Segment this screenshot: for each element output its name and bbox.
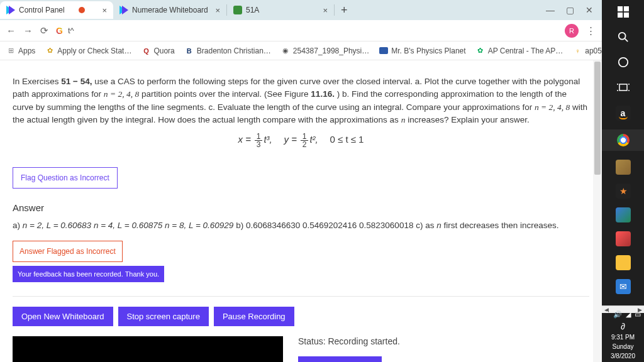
page-viewport: In Exercises 51 − 54, use a CAS to perfo… xyxy=(0,60,602,362)
app-icon-3[interactable] xyxy=(616,231,631,246)
window-close-icon[interactable]: ✕ xyxy=(586,5,593,15)
tab-whiteboard[interactable]: Numerade Whiteboard × xyxy=(113,1,226,19)
bookmark-apply[interactable]: ✿Apply or Check Stat… xyxy=(45,47,131,55)
stop-capture-button[interactable]: Stop screen capture xyxy=(118,307,209,326)
reload-icon[interactable]: ⟳ xyxy=(40,25,48,36)
wifi-icon[interactable]: ◢ xyxy=(626,310,631,319)
windows-taskbar: a ★ ✉ ◀ ▶ ˄ 🔊 ◢ ▭ ∂ 9:31 PM Sunday 3/8/2… xyxy=(602,0,644,362)
question-text: In Exercises 51 − 54, use a CAS to perfo… xyxy=(13,75,589,126)
volume-icon[interactable]: 🔊 xyxy=(613,310,622,319)
minimize-icon[interactable]: — xyxy=(546,5,555,15)
answer-heading: Answer xyxy=(13,201,589,216)
app-icon xyxy=(233,6,242,14)
vertical-scrollbar[interactable] xyxy=(593,60,602,362)
menu-icon[interactable]: ⋮ xyxy=(586,25,596,36)
feedback-toast: Your feedback has been recorded. Thank y… xyxy=(13,266,164,283)
bookmark-quora[interactable]: QQuora xyxy=(142,47,174,55)
recording-status: Status: Recording started. xyxy=(298,336,589,346)
video-preview xyxy=(13,336,283,362)
numerade-icon xyxy=(6,6,15,14)
start-icon[interactable] xyxy=(616,5,630,19)
svg-line-5 xyxy=(625,39,628,41)
apps-shortcut[interactable]: ⊞Apps xyxy=(6,47,35,55)
bookmarks-bar: ⊞Apps ✿Apply or Check Stat… QQuora BBrad… xyxy=(0,41,602,60)
back-icon[interactable]: ← xyxy=(6,25,16,36)
bookmark-mrb-physics[interactable]: Mr. B's Physics Planet xyxy=(379,47,465,55)
maximize-icon[interactable]: ▢ xyxy=(566,5,574,15)
tab-label: 51A xyxy=(246,6,259,14)
flag-question-button[interactable]: Flag Question as Incorrect xyxy=(13,167,118,189)
chrome-app-icon[interactable] xyxy=(602,129,644,151)
google-icon: G xyxy=(56,26,63,36)
amazon-app-icon[interactable]: a xyxy=(616,106,631,121)
equation-display: x = 13t³, y = 12t², 0 ≤ t ≤ 1 xyxy=(13,133,589,148)
numerade-icon xyxy=(119,6,128,14)
app-icon-1[interactable] xyxy=(616,160,631,175)
tab-51a[interactable]: 51A × xyxy=(227,1,334,19)
profile-avatar[interactable]: R xyxy=(565,24,579,38)
url-input[interactable]: G t^ xyxy=(56,26,557,36)
url-text: t^ xyxy=(68,26,74,35)
search-icon[interactable] xyxy=(616,30,630,44)
svg-rect-1 xyxy=(623,6,628,11)
input-indicator[interactable]: ∂ xyxy=(621,321,625,331)
system-tray: ˄ 🔊 ◢ ▭ ∂ 9:31 PM Sunday 3/8/2020 xyxy=(602,310,644,362)
svg-point-6 xyxy=(618,58,627,67)
cortana-icon[interactable] xyxy=(616,55,630,69)
forward-icon[interactable]: → xyxy=(23,25,33,36)
battery-icon[interactable]: ▭ xyxy=(635,310,641,319)
tab-control-panel[interactable]: Control Panel × xyxy=(0,1,113,19)
clock-time[interactable]: 9:31 PM xyxy=(611,334,635,341)
store-icon[interactable] xyxy=(616,207,631,222)
answer-flagged-badge[interactable]: Answer Flagged as Incorrect xyxy=(13,241,123,262)
svg-point-4 xyxy=(618,33,625,40)
svg-rect-0 xyxy=(618,6,623,11)
svg-rect-3 xyxy=(623,13,628,18)
app-icon-2[interactable]: ★ xyxy=(616,184,631,199)
tab-strip: Control Panel × Numerade Whiteboard × 51… xyxy=(0,0,602,20)
mail-icon[interactable]: ✉ xyxy=(616,279,631,294)
bookmark-physics-pdf[interactable]: ◉254387_1998_Physi… xyxy=(281,47,369,55)
clock-date: 3/8/2020 xyxy=(611,353,635,359)
pause-recording-button[interactable]: Pause Recording xyxy=(214,307,294,326)
tab-label: Control Panel xyxy=(19,6,65,14)
close-icon[interactable]: × xyxy=(323,6,328,15)
bookmark-bradenton[interactable]: BBradenton Christian… xyxy=(185,47,271,55)
bookmark-ap-central[interactable]: ✿AP Central - The AP… xyxy=(476,47,564,55)
chevron-up-icon[interactable]: ˄ xyxy=(606,310,609,319)
tab-label: Numerade Whiteboard xyxy=(132,6,208,14)
recording-dot-icon xyxy=(79,7,85,13)
clock-day: Sunday xyxy=(613,343,634,350)
taskview-icon[interactable] xyxy=(616,80,630,94)
answer-text: a) n = 2, L = 0.60683 n = 4, L = 0.60875… xyxy=(13,219,589,232)
upload-finish-button[interactable]: Upload and Finish xyxy=(298,356,382,362)
address-bar: ← → ⟳ G t^ R ⋮ xyxy=(0,20,602,41)
svg-rect-2 xyxy=(618,13,623,18)
file-explorer-icon[interactable] xyxy=(616,255,631,270)
close-icon[interactable]: × xyxy=(102,6,107,15)
new-tab-button[interactable]: + xyxy=(335,4,354,17)
svg-rect-7 xyxy=(619,84,627,90)
close-icon[interactable]: × xyxy=(215,6,220,15)
open-whiteboard-button[interactable]: Open New Whiteboard xyxy=(13,307,113,326)
